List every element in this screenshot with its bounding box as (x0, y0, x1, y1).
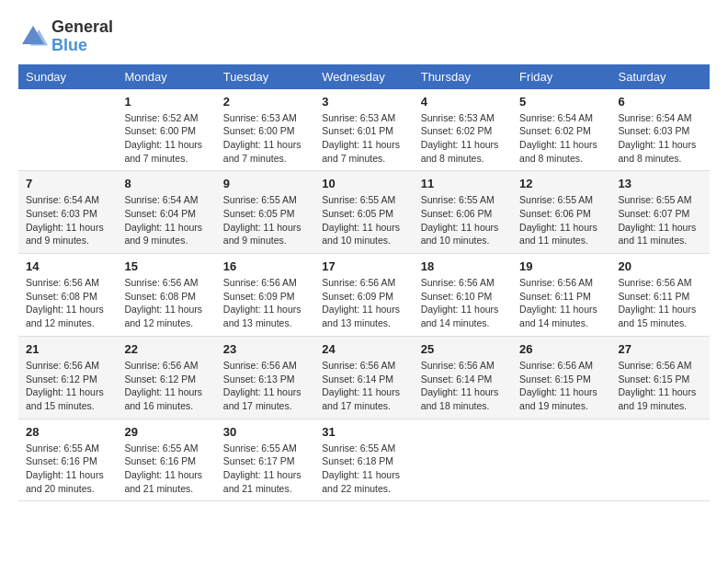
day-info: Sunrise: 6:55 AMSunset: 6:18 PMDaylight:… (322, 442, 405, 496)
calendar-cell: 5Sunrise: 6:54 AMSunset: 6:02 PMDaylight… (512, 89, 610, 171)
day-number: 16 (223, 259, 307, 273)
logo-text: GeneralBlue (51, 18, 113, 55)
day-info: Sunrise: 6:53 AMSunset: 6:00 PMDaylight:… (223, 111, 307, 166)
day-info: Sunrise: 6:56 AMSunset: 6:11 PMDaylight:… (519, 276, 603, 330)
weekday-header: Sunday (18, 64, 117, 89)
day-number: 27 (619, 342, 702, 356)
day-number: 30 (223, 425, 307, 439)
calendar-body: 1Sunrise: 6:52 AMSunset: 6:00 PMDaylight… (18, 89, 710, 501)
day-number: 31 (322, 425, 405, 439)
logo-icon (18, 22, 48, 52)
day-info: Sunrise: 6:53 AMSunset: 6:02 PMDaylight:… (421, 111, 505, 166)
calendar-week-row: 7Sunrise: 6:54 AMSunset: 6:03 PMDaylight… (18, 171, 710, 254)
calendar-cell: 15Sunrise: 6:56 AMSunset: 6:08 PMDayligh… (117, 254, 215, 337)
calendar-cell: 29Sunrise: 6:55 AMSunset: 6:16 PMDayligh… (117, 419, 215, 501)
day-info: Sunrise: 6:56 AMSunset: 6:09 PMDaylight:… (322, 276, 405, 330)
day-info: Sunrise: 6:56 AMSunset: 6:12 PMDaylight:… (26, 359, 109, 413)
day-info: Sunrise: 6:55 AMSunset: 6:05 PMDaylight:… (223, 193, 307, 247)
calendar-cell: 1Sunrise: 6:52 AMSunset: 6:00 PMDaylight… (117, 89, 215, 171)
calendar-week-row: 1Sunrise: 6:52 AMSunset: 6:00 PMDaylight… (18, 89, 710, 171)
calendar-cell: 3Sunrise: 6:53 AMSunset: 6:01 PMDaylight… (314, 89, 413, 171)
calendar-cell: 12Sunrise: 6:55 AMSunset: 6:06 PMDayligh… (512, 171, 610, 254)
day-number: 6 (619, 95, 702, 109)
calendar-cell: 16Sunrise: 6:56 AMSunset: 6:09 PMDayligh… (216, 254, 314, 337)
day-number: 28 (26, 425, 109, 439)
day-number: 11 (421, 177, 505, 190)
day-info: Sunrise: 6:55 AMSunset: 6:17 PMDaylight:… (223, 442, 307, 496)
calendar-cell: 2Sunrise: 6:53 AMSunset: 6:00 PMDaylight… (216, 89, 314, 171)
day-number: 23 (223, 342, 307, 356)
day-number: 7 (26, 177, 109, 190)
calendar-week-row: 28Sunrise: 6:55 AMSunset: 6:16 PMDayligh… (18, 419, 710, 501)
day-number: 24 (322, 342, 405, 356)
day-number: 20 (619, 259, 702, 273)
weekday-header: Monday (117, 64, 215, 89)
day-number: 15 (124, 259, 208, 273)
day-info: Sunrise: 6:56 AMSunset: 6:15 PMDaylight:… (619, 359, 702, 413)
calendar-cell: 21Sunrise: 6:56 AMSunset: 6:12 PMDayligh… (18, 336, 117, 419)
day-info: Sunrise: 6:55 AMSunset: 6:06 PMDaylight:… (519, 193, 603, 247)
calendar-cell: 9Sunrise: 6:55 AMSunset: 6:05 PMDaylight… (216, 171, 314, 254)
day-info: Sunrise: 6:56 AMSunset: 6:09 PMDaylight:… (223, 276, 307, 330)
day-number: 25 (421, 342, 505, 356)
day-number: 5 (519, 95, 603, 109)
calendar-cell (18, 89, 117, 171)
logo-blue-text: Blue (51, 36, 87, 54)
weekday-header: Wednesday (314, 64, 413, 89)
day-number: 14 (26, 259, 109, 273)
day-number: 13 (619, 177, 702, 190)
day-info: Sunrise: 6:56 AMSunset: 6:14 PMDaylight:… (421, 359, 505, 413)
weekday-header: Tuesday (216, 64, 314, 89)
calendar-header: SundayMondayTuesdayWednesdayThursdayFrid… (18, 64, 710, 89)
day-info: Sunrise: 6:56 AMSunset: 6:08 PMDaylight:… (124, 276, 208, 330)
calendar-cell: 20Sunrise: 6:56 AMSunset: 6:11 PMDayligh… (611, 254, 710, 337)
calendar-cell: 6Sunrise: 6:54 AMSunset: 6:03 PMDaylight… (611, 89, 710, 171)
calendar-cell: 27Sunrise: 6:56 AMSunset: 6:15 PMDayligh… (611, 336, 710, 419)
calendar-cell: 10Sunrise: 6:55 AMSunset: 6:05 PMDayligh… (314, 171, 413, 254)
calendar-cell: 19Sunrise: 6:56 AMSunset: 6:11 PMDayligh… (512, 254, 610, 337)
day-info: Sunrise: 6:56 AMSunset: 6:13 PMDaylight:… (223, 359, 307, 413)
calendar-week-row: 14Sunrise: 6:56 AMSunset: 6:08 PMDayligh… (18, 254, 710, 337)
day-number: 17 (322, 259, 405, 273)
day-info: Sunrise: 6:56 AMSunset: 6:12 PMDaylight:… (124, 359, 208, 413)
day-info: Sunrise: 6:54 AMSunset: 6:02 PMDaylight:… (519, 111, 603, 166)
calendar-cell: 13Sunrise: 6:55 AMSunset: 6:07 PMDayligh… (611, 171, 710, 254)
day-number: 10 (322, 177, 405, 190)
day-info: Sunrise: 6:55 AMSunset: 6:07 PMDaylight:… (619, 193, 702, 247)
day-number: 19 (519, 259, 603, 273)
day-info: Sunrise: 6:56 AMSunset: 6:11 PMDaylight:… (619, 276, 702, 330)
day-number: 26 (519, 342, 603, 356)
calendar-cell: 8Sunrise: 6:54 AMSunset: 6:04 PMDaylight… (117, 171, 215, 254)
page-header: GeneralBlue (18, 18, 710, 55)
day-number: 12 (519, 177, 603, 190)
day-info: Sunrise: 6:55 AMSunset: 6:06 PMDaylight:… (421, 193, 505, 247)
calendar-cell: 23Sunrise: 6:56 AMSunset: 6:13 PMDayligh… (216, 336, 314, 419)
calendar-cell (414, 419, 512, 501)
day-number: 8 (124, 177, 208, 190)
day-info: Sunrise: 6:56 AMSunset: 6:15 PMDaylight:… (519, 359, 603, 413)
calendar-cell: 30Sunrise: 6:55 AMSunset: 6:17 PMDayligh… (216, 419, 314, 501)
day-number: 9 (223, 177, 307, 190)
day-info: Sunrise: 6:52 AMSunset: 6:00 PMDaylight:… (124, 111, 208, 166)
weekday-header: Saturday (611, 64, 710, 89)
calendar-cell: 31Sunrise: 6:55 AMSunset: 6:18 PMDayligh… (314, 419, 413, 501)
calendar-cell: 14Sunrise: 6:56 AMSunset: 6:08 PMDayligh… (18, 254, 117, 337)
calendar-cell: 4Sunrise: 6:53 AMSunset: 6:02 PMDaylight… (414, 89, 512, 171)
calendar-cell: 17Sunrise: 6:56 AMSunset: 6:09 PMDayligh… (314, 254, 413, 337)
day-number: 21 (26, 342, 109, 356)
day-number: 29 (124, 425, 208, 439)
calendar-cell: 24Sunrise: 6:56 AMSunset: 6:14 PMDayligh… (314, 336, 413, 419)
day-info: Sunrise: 6:54 AMSunset: 6:04 PMDaylight:… (124, 193, 208, 247)
day-number: 4 (421, 95, 505, 109)
calendar-cell: 25Sunrise: 6:56 AMSunset: 6:14 PMDayligh… (414, 336, 512, 419)
day-info: Sunrise: 6:53 AMSunset: 6:01 PMDaylight:… (322, 111, 405, 166)
calendar-cell: 28Sunrise: 6:55 AMSunset: 6:16 PMDayligh… (18, 419, 117, 501)
day-info: Sunrise: 6:56 AMSunset: 6:08 PMDaylight:… (26, 276, 109, 330)
calendar-cell (611, 419, 710, 501)
weekday-header: Thursday (414, 64, 512, 89)
calendar-cell: 11Sunrise: 6:55 AMSunset: 6:06 PMDayligh… (414, 171, 512, 254)
calendar-cell: 26Sunrise: 6:56 AMSunset: 6:15 PMDayligh… (512, 336, 610, 419)
calendar-cell (512, 419, 610, 501)
day-info: Sunrise: 6:56 AMSunset: 6:14 PMDaylight:… (322, 359, 405, 413)
calendar-week-row: 21Sunrise: 6:56 AMSunset: 6:12 PMDayligh… (18, 336, 710, 419)
